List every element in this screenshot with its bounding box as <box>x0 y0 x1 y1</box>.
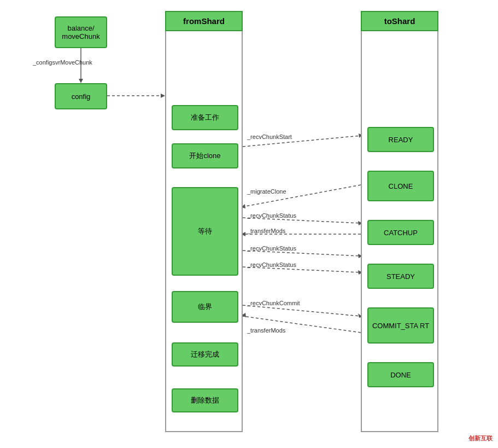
svg-marker-1 <box>79 79 83 83</box>
migration-done-box: 迁移完成 <box>172 342 238 366</box>
transfer-mods2-label: _transferMods <box>247 327 285 334</box>
svg-line-36 <box>243 305 361 316</box>
transfer-mods1-label: _transferMods <box>247 228 285 234</box>
configsvr-label: _configsvrMoveChunk <box>33 59 92 66</box>
fromshard-column: fromShard 准备工作 开始clone 等待 临界 迁移完成 删除数据 <box>165 11 243 432</box>
clone-box: CLONE <box>367 171 434 201</box>
critical-box: 临界 <box>172 291 238 323</box>
recv-chunk-status3-label: _recvChunkStatus <box>247 261 296 268</box>
ready-box: READY <box>367 127 434 152</box>
balance-movechunk-box: balance/ moveChunk <box>55 16 107 48</box>
recv-chunk-status1-label: _recvChunkStatus <box>247 212 296 219</box>
start-clone-box: 开始clone <box>172 143 238 168</box>
wait-box: 等待 <box>172 187 238 276</box>
recv-chunk-status2-label: _recvChunkStatus <box>247 245 296 252</box>
commit-start-box: COMMIT_STA RT <box>367 307 434 344</box>
svg-marker-3 <box>161 94 165 98</box>
diagram: balance/ moveChunk _configsvrMoveChunk c… <box>0 0 498 448</box>
config-box: config <box>55 83 107 109</box>
recv-chunk-commit-label: _recvChunkCommit <box>247 300 300 306</box>
done-box: DONE <box>367 362 434 387</box>
watermark: 创新互联 <box>468 434 493 443</box>
catchup-box: CATCHUP <box>367 220 434 245</box>
toshard-column: toShard READY CLONE CATCHUP STEADY COMMI… <box>361 11 438 432</box>
recv-chunk-start-label: _recvChunkStart <box>247 133 292 140</box>
fromshard-header: fromShard <box>165 11 243 31</box>
steady-box: STEADY <box>367 264 434 289</box>
delete-data-box: 删除数据 <box>172 388 238 412</box>
toshard-header: toShard <box>361 11 438 31</box>
prepare-box: 准备工作 <box>172 105 238 130</box>
migrate-clone-label: _migrateClone <box>247 188 286 195</box>
